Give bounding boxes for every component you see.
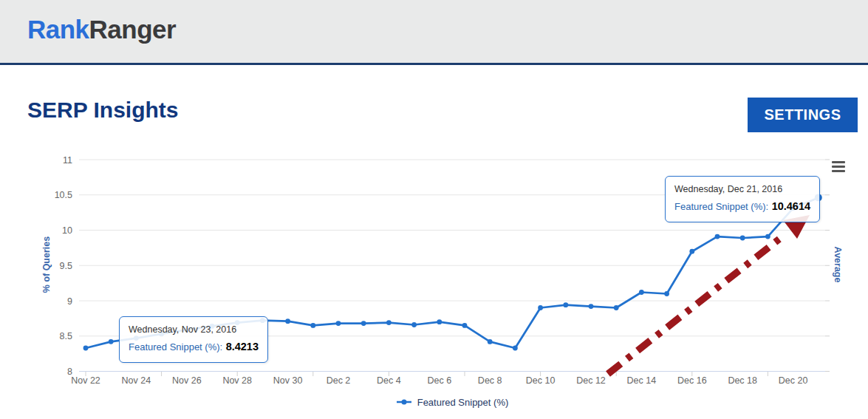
tooltip-date: Wednesday, Nov 23, 2016 [129, 322, 259, 337]
svg-text:8.5: 8.5 [60, 331, 72, 341]
legend-item-featured-snippet[interactable]: Featured Snippet (%) [79, 395, 825, 409]
svg-text:Dec 12: Dec 12 [576, 375, 606, 386]
svg-text:Dec 4: Dec 4 [377, 375, 401, 386]
svg-text:Dec 20: Dec 20 [779, 375, 808, 386]
tooltip-dec-21: Wednesday, Dec 21, 2016 Featured Snippet… [665, 176, 820, 222]
settings-button[interactable]: SETTINGS [748, 98, 858, 132]
svg-text:10.5: 10.5 [55, 190, 72, 200]
svg-text:11: 11 [63, 155, 72, 166]
tooltip-metric-label: Featured Snippet (%): [129, 341, 222, 352]
serp-insights-page: RankRanger SERP Insights SETTINGS 88.599… [0, 0, 868, 419]
svg-text:Nov 24: Nov 24 [122, 375, 151, 386]
svg-text:Dec 14: Dec 14 [627, 375, 657, 386]
y-axis-title: % of Queries [41, 236, 52, 293]
tooltip-value: 8.4213 [226, 341, 259, 352]
page-title: SERP Insights [27, 98, 179, 123]
tooltip-nov-23: Wednesday, Nov 23, 2016 Featured Snippet… [119, 316, 268, 363]
svg-text:Nov 26: Nov 26 [172, 375, 202, 386]
svg-text:9.5: 9.5 [60, 261, 72, 271]
svg-text:Dec 8: Dec 8 [478, 375, 502, 386]
rankranger-logo[interactable]: RankRanger [27, 15, 176, 44]
logo-text-ranger: Ranger [89, 15, 177, 44]
svg-text:Dec 16: Dec 16 [677, 375, 707, 386]
chart-menu-hamburger-icon[interactable] [832, 161, 846, 172]
svg-text:Nov 22: Nov 22 [71, 375, 100, 386]
tooltip-value: 10.4614 [772, 200, 810, 212]
app-header: RankRanger [0, 0, 868, 65]
tooltip-metric-label: Featured Snippet (%): [674, 201, 768, 212]
svg-text:Nov 30: Nov 30 [273, 375, 303, 386]
legend-line-dot-icon [396, 398, 412, 406]
tooltip-date: Wednesday, Dec 21, 2016 [674, 182, 810, 197]
right-axis-title: Average [833, 247, 843, 283]
legend-label: Featured Snippet (%) [417, 397, 509, 408]
svg-text:Dec 18: Dec 18 [728, 375, 757, 386]
svg-text:Nov 28: Nov 28 [222, 375, 252, 386]
logo-text-rank: Rank [27, 15, 89, 44]
svg-text:Dec 2: Dec 2 [327, 375, 351, 386]
svg-text:Dec 6: Dec 6 [427, 375, 451, 386]
svg-text:10: 10 [62, 225, 72, 236]
svg-text:Dec 10: Dec 10 [526, 375, 556, 386]
svg-text:9: 9 [67, 296, 72, 307]
